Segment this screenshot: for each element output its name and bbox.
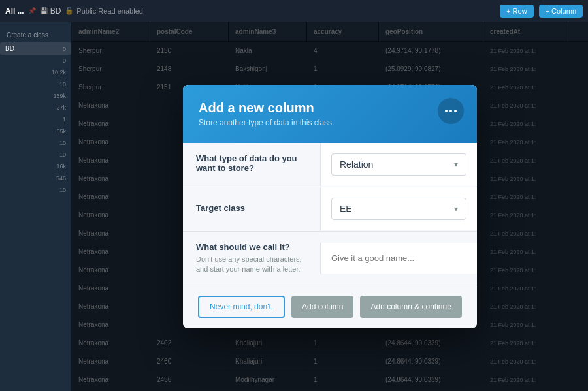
cancel-button[interactable]: Never mind, don't.	[198, 296, 285, 318]
target-class-label-col: Target class	[183, 193, 320, 226]
app-logo: All ...	[5, 7, 24, 16]
class-count: 546	[56, 175, 66, 181]
db-icon: 💾	[40, 7, 48, 14]
table-area: adminName2 postalCode adminName3 accurac…	[72, 22, 588, 391]
column-name-label-col: What should we call it? Don't use any sp…	[183, 232, 320, 285]
class-count: 10	[59, 140, 66, 146]
add-column-modal: Add a new column Store another type of d…	[183, 85, 477, 329]
data-type-label-col: What type of data do you want to store?	[183, 143, 320, 186]
modal-body: What type of data do you want to store? …	[183, 143, 477, 285]
add-row-button[interactable]: + Row	[500, 5, 534, 18]
class-count: 10	[59, 81, 66, 87]
target-class-input-col[interactable]: EE ▾	[320, 187, 477, 230]
chevron-down-icon: ▾	[454, 160, 458, 169]
add-column-continue-button[interactable]: Add column & continue	[360, 296, 461, 318]
data-type-row: What type of data do you want to store? …	[183, 143, 477, 187]
add-column-button[interactable]: + Column	[539, 5, 583, 18]
class-count: 10.2k	[52, 69, 66, 76]
class-count: 1	[63, 116, 66, 123]
sidebar-item-10[interactable]: 10	[0, 149, 71, 161]
target-class-label: Target class	[196, 203, 307, 213]
dot-icon	[454, 110, 457, 112]
modal-header: Add a new column Store another type of d…	[183, 85, 477, 143]
data-type-value: Relation	[340, 159, 373, 170]
column-name-row: What should we call it? Don't use any sp…	[183, 232, 477, 285]
class-name: BD	[5, 45, 14, 52]
class-count: 16k	[56, 163, 66, 170]
modal-footer: Never mind, don't. Add column Add column…	[183, 285, 477, 328]
column-name-input-col[interactable]	[320, 243, 477, 274]
pin-icon: 📌	[28, 7, 36, 14]
modal-title: Add a new column	[199, 101, 461, 116]
sidebar-item-13[interactable]: 10	[0, 184, 71, 196]
sidebar-item-12[interactable]: 546	[0, 172, 71, 184]
sidebar-item-5[interactable]: 139k	[0, 90, 71, 102]
column-name-question: What should we call it?	[196, 242, 307, 252]
sidebar: Create a class BD 0 0 10.2k 10 139k 27k …	[0, 22, 72, 391]
sidebar-item-3[interactable]: 10.2k	[0, 67, 71, 78]
data-type-input-col[interactable]: Relation ▾	[320, 143, 477, 186]
sidebar-item-6[interactable]: 27k	[0, 102, 71, 114]
sidebar-item-4[interactable]: 10	[0, 78, 71, 90]
add-column-button[interactable]: Add column	[291, 296, 353, 318]
chevron-down-icon: ▾	[454, 204, 458, 213]
target-class-row: Target class EE ▾	[183, 187, 477, 232]
column-name-sub: Don't use any special characters, and st…	[196, 255, 307, 275]
modal-overlay: Add a new column Store another type of d…	[72, 22, 588, 391]
sidebar-item-9[interactable]: 10	[0, 137, 71, 149]
sidebar-item-7[interactable]: 1	[0, 114, 71, 125]
target-class-select[interactable]: EE ▾	[331, 198, 466, 220]
dot-icon	[445, 110, 448, 112]
class-count: 27k	[56, 104, 66, 111]
class-count: 139k	[53, 93, 66, 99]
top-bar-left: All ... 📌 💾 BD 🔓 Public Read enabled	[5, 7, 500, 16]
class-count: 0	[63, 57, 66, 64]
modal-menu-button[interactable]	[438, 98, 464, 124]
data-type-select[interactable]: Relation ▾	[331, 153, 466, 176]
modal-subtitle: Store another type of data in this class…	[199, 118, 461, 127]
db-title: 💾 BD	[40, 7, 61, 16]
top-bar-right: + Row + Column	[500, 5, 583, 18]
sidebar-item-bd[interactable]: BD 0	[0, 42, 71, 55]
class-count: 55k	[56, 128, 66, 134]
create-class-button[interactable]: Create a class	[0, 27, 71, 42]
app-layout: Create a class BD 0 0 10.2k 10 139k 27k …	[0, 22, 588, 391]
public-label: 🔓 Public Read enabled	[65, 7, 143, 15]
top-bar: All ... 📌 💾 BD 🔓 Public Read enabled + R…	[0, 0, 588, 22]
sidebar-item-11[interactable]: 16k	[0, 161, 71, 172]
class-count: 10	[59, 151, 66, 158]
lock-icon: 🔓	[65, 7, 74, 15]
data-type-question: What type of data do you want to store?	[196, 153, 307, 173]
target-class-value: EE	[340, 204, 352, 214]
column-name-input[interactable]	[331, 253, 466, 263]
sidebar-item-8[interactable]: 55k	[0, 125, 71, 137]
class-count: 0	[63, 46, 66, 52]
class-count: 10	[59, 187, 66, 193]
sidebar-item-2[interactable]: 0	[0, 55, 71, 67]
dot-icon	[449, 110, 452, 112]
